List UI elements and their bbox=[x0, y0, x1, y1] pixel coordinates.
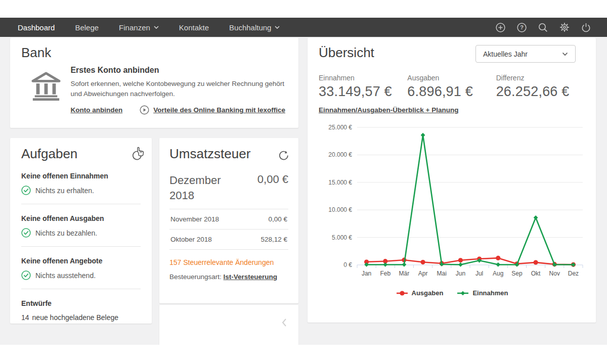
settings-icon[interactable] bbox=[559, 22, 570, 32]
bank-description: Sofort erkennen, welche Kontobewegung zu… bbox=[70, 79, 287, 99]
period-select[interactable]: Aktuelles Jahr bbox=[475, 45, 576, 63]
svg-text:0 €: 0 € bbox=[343, 261, 352, 268]
nav-item-label: Belege bbox=[75, 23, 99, 32]
task-group: Keine offenen Ausgaben Nichts zu bezahle… bbox=[21, 214, 141, 247]
vat-current-row: Dezember 2018 0,00 € bbox=[169, 173, 288, 209]
overview-stats: Einnahmen 33.149,57 € Ausgaben 6.896,91 … bbox=[319, 74, 585, 100]
vat-row-period: Oktober 2018 bbox=[170, 236, 212, 243]
chevron-down-icon bbox=[562, 52, 568, 56]
drafts-count: 14 bbox=[21, 313, 29, 322]
nav-item-finanzen[interactable]: Finanzen bbox=[119, 23, 159, 32]
bank-card-title: Bank bbox=[21, 45, 287, 61]
task-status-row: Nichts ausstehend. bbox=[21, 270, 141, 280]
vat-row: November 2018 0,00 € bbox=[169, 209, 288, 230]
svg-text:Jul: Jul bbox=[475, 270, 483, 277]
task-heading: Keine offenen Ausgaben bbox=[21, 214, 141, 222]
legend-einnahmen[interactable]: Einnahmen bbox=[456, 289, 508, 297]
vat-card-title: Umsatzsteuer bbox=[169, 146, 288, 162]
taxation-row: Besteuerungsart: Ist-Versteuerung bbox=[169, 273, 288, 281]
tax-changes-link[interactable]: 157 Steuerrelevante Änderungen bbox=[169, 258, 288, 266]
task-status-row: Nichts zu bezahlen. bbox=[21, 228, 141, 238]
chart-canvas[interactable]: 0 €5.000 €10.000 €15.000 €20.000 €25.000… bbox=[319, 118, 586, 286]
period-select-value: Aktuelles Jahr bbox=[483, 50, 528, 58]
logout-icon[interactable] bbox=[581, 23, 591, 32]
online-banking-video-link[interactable]: Vorteile des Online Banking mit lexoffic… bbox=[140, 105, 285, 115]
stat-value: 6.896,91 € bbox=[407, 84, 496, 100]
task-heading: Keine offenen Einnahmen bbox=[21, 172, 141, 180]
svg-text:Aug: Aug bbox=[493, 270, 503, 277]
konto-anbinden-link[interactable]: Konto anbinden bbox=[70, 106, 122, 114]
top-navbar: Dashboard Belege Finanzen Kontakte Buchh… bbox=[0, 18, 607, 37]
stat-einnahmen: Einnahmen 33.149,57 € bbox=[319, 74, 407, 100]
nav-item-label: Buchhaltung bbox=[229, 23, 271, 32]
vat-card: Umsatzsteuer Dezember 2018 0,00 € Novemb… bbox=[159, 138, 298, 303]
bank-card: Bank bbox=[10, 38, 298, 128]
taxation-type-link[interactable]: Ist-Versteuerung bbox=[224, 273, 278, 281]
help-icon[interactable]: ? bbox=[517, 23, 527, 32]
legend-label: Ausgaben bbox=[412, 289, 444, 297]
task-status-text: Nichts ausstehend. bbox=[35, 271, 96, 280]
chart-legend: AusgabenEinnahmen bbox=[319, 289, 585, 297]
svg-text:Okt: Okt bbox=[531, 270, 541, 277]
svg-text:Apr: Apr bbox=[418, 270, 428, 277]
task-heading: Keine offenen Angebote bbox=[21, 257, 141, 265]
nav-item-kontakte[interactable]: Kontakte bbox=[179, 23, 209, 32]
svg-text:Jan: Jan bbox=[362, 270, 371, 277]
task-group: Keine offenen Angebote Nichts ausstehend… bbox=[21, 257, 141, 289]
stat-label: Differenz bbox=[496, 74, 585, 82]
svg-text:15.000 €: 15.000 € bbox=[328, 179, 352, 186]
nav-item-buchhaltung[interactable]: Buchhaltung bbox=[229, 23, 280, 32]
search-icon[interactable] bbox=[538, 23, 548, 32]
tasks-card: Aufgaben Keine offenen Einnahmen bbox=[10, 138, 152, 324]
refresh-icon bbox=[278, 150, 289, 161]
stat-label: Einnahmen bbox=[319, 74, 407, 82]
dashboard-content: Bank bbox=[0, 37, 607, 345]
bank-icon bbox=[30, 71, 62, 102]
stat-value: 33.149,57 € bbox=[319, 84, 407, 100]
drafts-link[interactable]: 14neue hochgeladene Belege bbox=[21, 313, 141, 322]
svg-text:Sep: Sep bbox=[511, 270, 523, 277]
tasks-card-title: Aufgaben bbox=[21, 146, 141, 162]
svg-text:25.000 €: 25.000 € bbox=[328, 124, 352, 131]
svg-text:?: ? bbox=[520, 24, 524, 30]
svg-text:Mär: Mär bbox=[399, 270, 410, 277]
bank-heading: Erstes Konto anbinden bbox=[70, 66, 287, 75]
vat-row-amount: 0,00 € bbox=[268, 215, 287, 223]
vat-row: Oktober 2018 528,12 € bbox=[169, 230, 288, 250]
svg-text:Jun: Jun bbox=[456, 270, 465, 277]
overview-card: Übersicht Aktuelles Jahr Einnahmen 33.14… bbox=[308, 38, 596, 323]
task-status-text: Nichts zu bezahlen. bbox=[35, 229, 97, 237]
drafts-text: neue hochgeladene Belege bbox=[32, 313, 119, 322]
stat-differenz: Differenz 26.252,66 € bbox=[496, 74, 585, 100]
check-circle-icon bbox=[21, 186, 31, 195]
vat-current-amount: 0,00 € bbox=[257, 173, 288, 203]
stat-ausgaben: Ausgaben 6.896,91 € bbox=[407, 74, 496, 100]
video-link-label: Vorteile des Online Banking mit lexoffic… bbox=[153, 106, 285, 114]
tasks-refresh[interactable] bbox=[132, 150, 143, 163]
svg-text:Dez: Dez bbox=[568, 270, 579, 277]
legend-ausgaben[interactable]: Ausgaben bbox=[396, 289, 444, 297]
check-circle-icon bbox=[21, 228, 31, 238]
nav-item-label: Finanzen bbox=[119, 23, 150, 32]
svg-text:Nov: Nov bbox=[549, 270, 560, 277]
svg-text:Mai: Mai bbox=[437, 270, 447, 277]
nav-item-dashboard[interactable]: Dashboard bbox=[18, 23, 55, 32]
add-icon[interactable] bbox=[496, 23, 505, 32]
partial-card bbox=[159, 305, 298, 345]
stat-label: Ausgaben bbox=[407, 74, 496, 82]
chevron-down-icon bbox=[275, 26, 280, 29]
vat-refresh[interactable] bbox=[278, 150, 289, 163]
stat-value: 26.252,66 € bbox=[496, 84, 585, 100]
vat-row-amount: 528,12 € bbox=[261, 236, 287, 243]
income-expense-chart[interactable]: 0 €5.000 €10.000 €15.000 €20.000 €25.000… bbox=[319, 118, 585, 288]
vat-row-period: November 2018 bbox=[170, 215, 219, 223]
nav-item-label: Kontakte bbox=[179, 23, 209, 32]
svg-text:5.000 €: 5.000 € bbox=[332, 234, 352, 241]
drafts-group: Entwürfe 14neue hochgeladene Belege bbox=[21, 299, 141, 322]
play-icon bbox=[140, 105, 149, 115]
nav-menu: Dashboard Belege Finanzen Kontakte Buchh… bbox=[0, 23, 280, 32]
chevron-left-icon[interactable] bbox=[281, 318, 287, 327]
legend-marker-icon bbox=[456, 290, 469, 296]
nav-item-belege[interactable]: Belege bbox=[75, 23, 99, 32]
overview-planning-link[interactable]: Einnahmen/Ausgaben-Überblick + Planung bbox=[319, 106, 458, 114]
